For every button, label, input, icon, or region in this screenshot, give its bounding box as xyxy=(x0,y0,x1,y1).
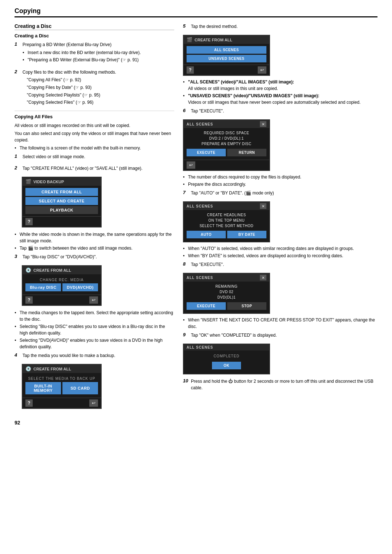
screen-disc-space: ALL SCENES ✕ REQUIRED DISC SPACE DVD:2 /… xyxy=(183,119,270,171)
step-2-content: Copy files to the disc with the followin… xyxy=(23,69,174,107)
page: Copying Creating a Disc Creating a Disc … xyxy=(0,0,392,440)
screen3-title: CREATE FROM ALL xyxy=(33,367,71,371)
step-a3-content: Tap "Blu-ray DISC" or "DVD(AVCHD)". xyxy=(23,254,174,262)
step-8-block: 8 Tap "EXECUTE". xyxy=(183,261,377,269)
screen4-back-icon[interactable]: ↩ xyxy=(258,66,266,74)
step-2-ref4: "Copying Selected Files" (☞ p. 96) xyxy=(27,99,174,106)
step-a3-text: Tap "Blu-ray DISC" or "DVD(AVCHD)". xyxy=(23,254,174,260)
screen1-title: VIDEO BACKUP xyxy=(33,180,64,184)
step-9-text: Tap "OK" when "COMPLETED" is displayed. xyxy=(191,332,377,338)
note7: Prepare the discs accordingly. xyxy=(183,181,377,188)
screen2-back-icon[interactable]: ↩ xyxy=(89,296,98,304)
screen5-notes: The number of discs required to copy the… xyxy=(183,174,377,188)
step-a4-content: Tap the media you would like to make a b… xyxy=(23,352,174,360)
screen2-help-icon[interactable]: ? xyxy=(25,296,33,304)
screen8-btn1[interactable]: OK xyxy=(212,362,241,369)
step-6-block: 6 Tap "EXECUTE". xyxy=(183,108,377,116)
step-9-block: 9 Tap "OK" when "COMPLETED" is displayed… xyxy=(183,332,377,340)
note8: When "AUTO" is selected, videos with sim… xyxy=(183,245,377,252)
page-header: Copying xyxy=(15,7,377,17)
screen7-btn1[interactable]: EXECUTE xyxy=(187,302,226,310)
step-2-block: 2 Copy files to the disc with the follow… xyxy=(15,69,174,107)
screen7-top: ALL SCENES xyxy=(187,276,213,280)
screen7-line2: DVD 02 xyxy=(187,289,266,295)
page-number: 92 xyxy=(15,420,377,426)
step-a1-num: 1 xyxy=(15,153,21,159)
screen2-label: CHANGE REC. MEDIA xyxy=(25,276,98,283)
screen5-close-icon[interactable]: ✕ xyxy=(260,121,266,127)
step-7-num: 7 xyxy=(183,190,189,195)
screen7-line3: DVD(DL)1 xyxy=(187,295,266,300)
screen5-btn1[interactable]: EXECUTE xyxy=(187,149,226,156)
screen-remaining: ALL SCENES ✕ REMAINING DVD 02 DVD(DL)1 E… xyxy=(183,273,270,314)
section2-desc1: All videos or still images recorded on t… xyxy=(15,122,174,129)
screen4-btn1[interactable]: ALL SCENES xyxy=(187,46,266,54)
screen1-footer: ? xyxy=(23,216,101,227)
screen6-close-icon[interactable]: ✕ xyxy=(260,203,266,209)
screen4-btn2[interactable]: UNSAVED SCENES xyxy=(187,55,266,62)
step-10-text: Press and hold the ⏻ button for 2 second… xyxy=(191,378,377,391)
step-6-text: Tap "EXECUTE". xyxy=(191,108,377,114)
step-a1-text: Select video or still image mode. xyxy=(23,153,174,160)
step-a2-row: 2 Tap "CREATE FROM ALL" (video) or "SAVE… xyxy=(15,165,174,173)
section1-title: Creating a Disc xyxy=(15,23,174,30)
screen4-help-icon[interactable]: ? xyxy=(187,66,194,74)
step-a2-block: 2 Tap "CREATE FROM ALL" (video) or "SAVE… xyxy=(15,165,174,173)
screen2-btn2[interactable]: DVD(AVCHD) xyxy=(62,283,98,291)
screen2-icon: 💿 xyxy=(25,267,31,273)
screen2-title: CREATE FROM ALL xyxy=(33,268,71,272)
screen4-footer: ? ↩ xyxy=(184,65,269,75)
screen3-titlebar: 💿 CREATE FROM ALL xyxy=(23,365,101,373)
screen1-btn3[interactable]: PLAYBACK xyxy=(25,206,98,214)
step-7-content: Tap "AUTO" or "BY DATE". (🎬 mode only) xyxy=(191,190,377,198)
screen5-line2: DVD:2 / DVD(DL):1 xyxy=(187,136,266,141)
screen3-help-icon[interactable]: ? xyxy=(25,399,33,407)
step-a1-content: Select video or still image mode. xyxy=(23,153,174,161)
screen1-btn2[interactable]: SELECT AND CREATE xyxy=(25,197,98,205)
step-1-bullets: Insert a new disc into the BD writer (ex… xyxy=(23,49,174,63)
step-a1-row: 1 Select video or still image mode. xyxy=(15,153,174,161)
screen8-body: COMPLETED OK xyxy=(184,350,269,374)
screen6-notes: When "AUTO" is selected, videos with sim… xyxy=(183,245,377,259)
screen1-help-icon[interactable]: ? xyxy=(25,218,33,225)
screen6-btn2[interactable]: BY DATE xyxy=(227,231,266,238)
screen2-btn1[interactable]: Blu-ray DISC xyxy=(25,283,61,291)
step-6-row: 6 Tap "EXECUTE". xyxy=(183,108,377,116)
screen6-line1: CREATE HEADLINES xyxy=(187,212,266,218)
screen7-body: REMAINING DVD 02 DVD(DL)1 EXECUTE STOP xyxy=(184,282,269,313)
screen-sort-method: ALL SCENES ✕ CREATE HEADLINES ON THE TOP… xyxy=(183,201,270,242)
screen8-line1: COMPLETED xyxy=(187,353,266,360)
screen7-line1: REMAINING xyxy=(187,284,266,289)
step-2-num: 2 xyxy=(15,69,21,74)
screen3-btn-row: BUILT-IN MEMORY SD CARD xyxy=(25,382,98,394)
screen6-body: CREATE HEADLINES ON THE TOP MENU SELECT … xyxy=(184,210,269,242)
screen3-back-icon[interactable]: ↩ xyxy=(89,399,98,407)
screen5-btn2[interactable]: RETURN xyxy=(227,149,266,156)
screen7-close-icon[interactable]: ✕ xyxy=(260,275,266,280)
screen3-btn1[interactable]: BUILT-IN MEMORY xyxy=(25,382,61,394)
bullet-unsaved: "UNSAVED SCENES" (video)/"UNSAVED IMAGES… xyxy=(183,93,377,106)
screen1-btn1[interactable]: CREATE FROM ALL xyxy=(25,188,98,196)
screen6-btn1[interactable]: AUTO xyxy=(187,231,226,238)
screen5-btn-row: EXECUTE RETURN xyxy=(187,149,266,156)
step-a3-block: 3 Tap "Blu-ray DISC" or "DVD(AVCHD)". xyxy=(15,254,174,262)
screen6-top: ALL SCENES xyxy=(187,204,213,208)
step-a4-text: Tap the media you would like to make a b… xyxy=(23,352,174,359)
screen3-btn2[interactable]: SD CARD xyxy=(62,382,98,394)
bullet-unsaved-label: "UNSAVED SCENES" (video)/"UNSAVED IMAGES… xyxy=(188,93,319,98)
screen1-titlebar: 🎬 VIDEO BACKUP xyxy=(23,177,101,186)
screen2-titlebar: 💿 CREATE FROM ALL xyxy=(23,266,101,274)
screen2-body: CHANGE REC. MEDIA Blu-ray DISC DVD(AVCHD… xyxy=(23,274,101,295)
note10: When "INSERT THE NEXT DISC TO CREATE OR … xyxy=(183,317,377,330)
screen6-line3: SELECT THE SORT METHOD xyxy=(187,223,266,229)
note4: Selecting "Blu-ray DISC" enables you to … xyxy=(15,323,174,336)
step-a3-row: 3 Tap "Blu-ray DISC" or "DVD(AVCHD)". xyxy=(15,254,174,262)
screen7-btn2[interactable]: STOP xyxy=(227,302,266,310)
step-9-content: Tap "OK" when "COMPLETED" is displayed. xyxy=(191,332,377,340)
step-5-num: 5 xyxy=(183,23,189,29)
screen5-back-icon[interactable]: ↩ xyxy=(187,161,195,169)
screen4-icon: 🎬 xyxy=(187,37,192,42)
step-5-block: 5 Tap the desired method. xyxy=(183,23,377,31)
section2-bullet1: The following is a screen of the model w… xyxy=(15,145,174,151)
step-1-block: 1 Preparing a BD Writer (External Blu-ra… xyxy=(15,41,174,65)
